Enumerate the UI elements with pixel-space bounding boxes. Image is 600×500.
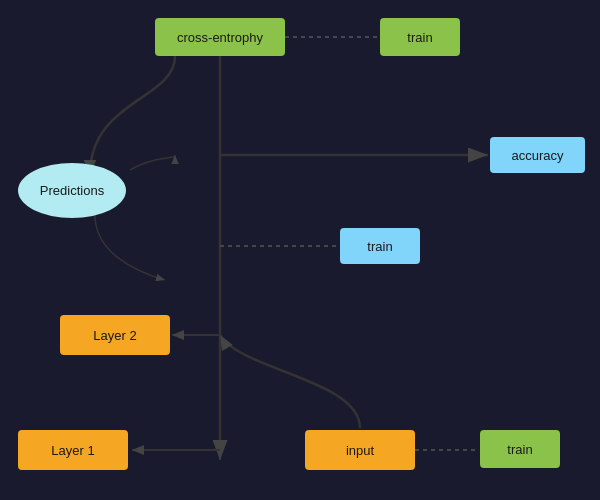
train-mid-node: train [340,228,420,264]
layer1-node: Layer 1 [18,430,128,470]
train-top-node: train [380,18,460,56]
cross-entropy-node: cross-entrophy [155,18,285,56]
train-bot-node: train [480,430,560,468]
accuracy-node: accuracy [490,137,585,173]
input-node: input [305,430,415,470]
predictions-node: Predictions [18,163,126,218]
layer2-node: Layer 2 [60,315,170,355]
